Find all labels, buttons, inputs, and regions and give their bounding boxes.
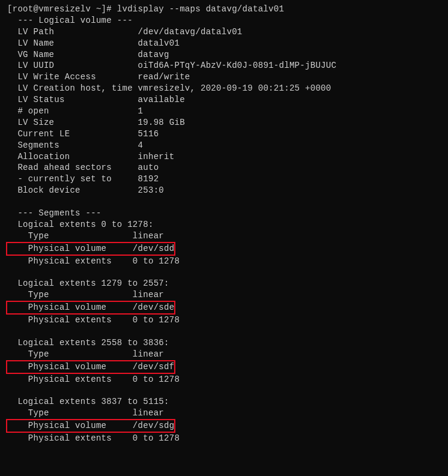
pv-highlight-wrap: Physical volume /dev/sdf [7,360,441,374]
lv-label: VG Name [7,50,138,59]
lv-row: Block device 253:0 [7,185,441,196]
lv-label: LV Creation host, time [7,83,138,93]
lv-value: vmresizelv, 2020-09-19 00:21:25 +0000 [138,83,331,93]
pe-value: 0 to 1278 [133,315,180,325]
lv-label: LV Path [7,27,138,37]
pe-value: 0 to 1278 [133,375,180,384]
lv-row: - currently set to 8192 [7,173,441,185]
segment-range: Logical extents 1279 to 2557: [7,278,441,289]
lv-row: Read ahead sectors auto [7,162,441,173]
pv-label: Physical volume [7,362,133,372]
lv-value: available [138,95,185,104]
lv-value: auto [138,163,159,172]
lv-value: 19.98 GiB [138,118,185,127]
type-value: linear [133,290,164,300]
lv-section-header: --- Logical volume --- [7,15,441,26]
lv-row: # open 1 [7,106,441,117]
lv-row: Allocation inherit [7,151,441,163]
segment-range: Logical extents 3837 to 5115: [7,396,441,408]
pv-label: Physical volume [7,421,133,430]
blank-line [7,267,441,278]
pe-label: Physical extents [7,433,133,443]
lv-value: 5116 [138,129,159,139]
lv-value: 253:0 [138,185,165,195]
segment-type: Type linear [7,408,441,419]
command-text: lvdisplay --maps datavg/datalv01 [117,4,284,14]
pe-label: Physical extents [7,375,133,384]
lv-row: LV Size 19.98 GiB [7,117,441,128]
pv-value: /dev/sdg [133,421,175,430]
lv-row: LV Path /dev/datavg/datalv01 [7,26,441,38]
lv-label: LV UUID [7,61,138,70]
physical-extents: Physical extents 0 to 1278 [7,256,441,267]
pv-value: /dev/sdd [133,244,175,253]
lv-row: LV Status available [7,94,441,106]
lv-label: LV Write Access [7,72,138,82]
lv-value: 1 [138,106,144,116]
pv-value: /dev/sdf [133,362,175,372]
pv-label: Physical volume [7,244,133,253]
type-label: Type [7,408,133,418]
type-value: linear [133,408,164,418]
lv-label: Read ahead sectors [7,163,138,172]
lv-value: 8192 [138,174,159,184]
pv-highlight-box: Physical volume /dev/sdd [6,242,175,256]
lv-row: LV Creation host, time vmresizelv, 2020-… [7,83,441,94]
pv-highlight-box: Physical volume /dev/sde [6,301,175,315]
segment-type: Type linear [7,230,441,242]
physical-extents: Physical extents 0 to 1278 [7,374,441,385]
prompt-line: [root@vmresizelv ~]# lvdisplay --maps da… [7,4,441,15]
pv-highlight-box: Physical volume /dev/sdf [6,360,175,374]
lv-row: LV Name datalv01 [7,38,441,49]
pv-highlight-box: Physical volume /dev/sdg [6,419,175,433]
type-value: linear [133,349,164,359]
type-value: linear [133,231,164,241]
lv-value: read/write [138,72,190,82]
lv-label: # open [7,106,138,116]
lv-value: 4 [138,140,144,150]
lv-label: LV Status [7,95,138,104]
pv-highlight-wrap: Physical volume /dev/sdg [7,419,441,433]
blank-line [7,196,441,208]
pe-label: Physical extents [7,256,133,266]
segment-range: Logical extents 2558 to 3836: [7,337,441,349]
lv-row: Segments 4 [7,140,441,151]
lv-label: LV Size [7,118,138,127]
segments-header: --- Segments --- [7,208,441,219]
lv-label: Allocation [7,152,138,161]
lv-label: Segments [7,140,138,150]
lv-label: - currently set to [7,174,138,184]
lv-row: Current LE 5116 [7,128,441,140]
physical-extents: Physical extents 0 to 1278 [7,433,441,444]
lv-value: /dev/datavg/datalv01 [138,27,243,37]
type-label: Type [7,290,133,300]
pv-value: /dev/sde [133,303,175,312]
lv-label: Block device [7,185,138,195]
physical-extents: Physical extents 0 to 1278 [7,315,441,326]
lv-value: oiTd6A-PTqY-AbzV-Kd0J-0891-dlMP-jBUJUC [138,61,337,70]
pv-highlight-wrap: Physical volume /dev/sdd [7,242,441,256]
lv-label: LV Name [7,38,138,48]
segment-type: Type linear [7,349,441,360]
lv-label: Current LE [7,129,138,139]
shell-prompt: [root@vmresizelv ~]# [7,4,117,14]
pv-label: Physical volume [7,303,133,312]
lv-row: VG Name datavg [7,49,441,61]
terminal-output: [root@vmresizelv ~]# lvdisplay --maps da… [7,4,441,444]
segment-type: Type linear [7,289,441,301]
pe-value: 0 to 1278 [133,256,180,266]
pv-highlight-wrap: Physical volume /dev/sde [7,301,441,315]
type-label: Type [7,349,133,359]
segment-range: Logical extents 0 to 1278: [7,219,441,230]
type-label: Type [7,231,133,241]
lv-value: inherit [138,152,175,161]
blank-line [7,326,441,337]
pe-value: 0 to 1278 [133,433,180,443]
pe-label: Physical extents [7,315,133,325]
lv-value: datavg [138,50,169,59]
lv-row: LV Write Access read/write [7,71,441,83]
lv-row: LV UUID oiTd6A-PTqY-AbzV-Kd0J-0891-dlMP-… [7,60,441,71]
blank-line [7,385,441,396]
lv-value: datalv01 [138,38,180,48]
